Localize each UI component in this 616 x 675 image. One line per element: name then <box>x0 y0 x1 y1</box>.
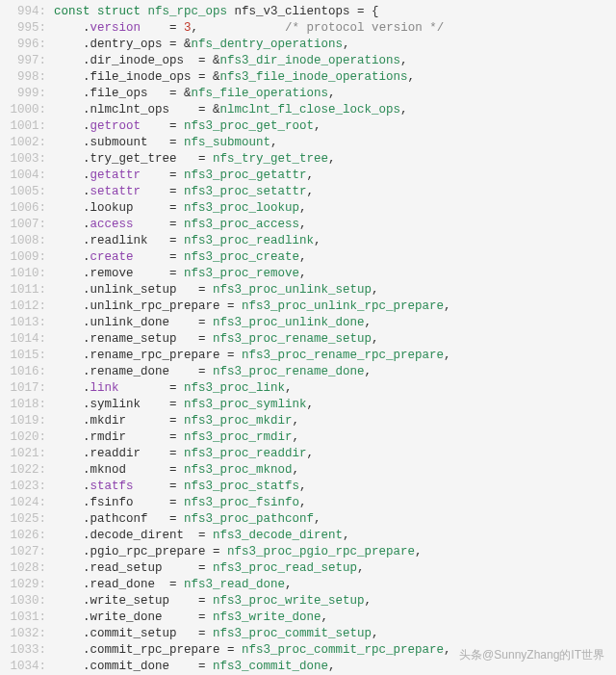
line-number: 1009: <box>0 249 46 266</box>
token-punct: , <box>307 447 315 460</box>
line-number: 997: <box>0 53 46 69</box>
token-punct: submount = <box>90 136 185 149</box>
line-number: 1022: <box>0 462 46 479</box>
line-number: 1000: <box>0 102 46 118</box>
token-punct: symlink = <box>90 398 185 411</box>
token-punct: , <box>365 594 372 608</box>
line-number: 1015: <box>0 348 46 364</box>
token-type: nfs3_proc_create <box>184 250 299 264</box>
token-punct: , <box>299 218 307 231</box>
token-punct: . <box>83 594 90 608</box>
token-kw: const <box>54 5 97 18</box>
token-punct: . <box>83 627 90 640</box>
token-punct: = <box>134 218 185 231</box>
token-type: nfs3_proc_rename_setup <box>213 332 372 346</box>
token-punct: . <box>83 561 90 575</box>
code-line: .nlmclnt_ops = &nlmclnt_fl_close_lock_op… <box>54 102 616 118</box>
token-type: nfs3_proc_link <box>184 381 285 395</box>
token-punct: , <box>372 332 379 346</box>
token-type: nfs_submount <box>184 136 270 149</box>
token-punct: pgio_rpc_prepare = <box>90 545 228 558</box>
line-number: 1002: <box>0 135 46 151</box>
token-punct: , <box>307 169 315 182</box>
token-punct: . <box>83 447 90 460</box>
token-punct: commit_setup = <box>90 627 214 640</box>
code-line: .write_setup = nfs3_proc_write_setup, <box>54 593 616 610</box>
token-type: nfs_file_operations <box>192 87 329 100</box>
token-punct: . <box>83 316 90 329</box>
code-line: .rename_done = nfs3_proc_rename_done, <box>54 364 616 380</box>
token-punct: . <box>83 250 90 264</box>
token-member: access <box>90 218 134 231</box>
line-number: 999: <box>0 86 46 102</box>
token-type: nfs3_dir_inode_operations <box>220 54 401 67</box>
token-punct: decode_dirent = <box>90 529 214 542</box>
token-punct: , <box>299 250 307 264</box>
line-number: 994: <box>0 4 46 20</box>
token-punct: , <box>444 643 451 657</box>
token-punct: write_done = <box>90 610 214 624</box>
token-punct: , <box>372 283 379 297</box>
token-punct: , <box>314 234 321 247</box>
code-line: .statfs = nfs3_proc_statfs, <box>54 479 616 495</box>
line-number: 996: <box>0 37 46 53</box>
code-line: .link = nfs3_proc_link, <box>54 380 616 397</box>
token-type: nfs_rpc_ops <box>148 5 235 18</box>
token-type: nfs3_write_done <box>213 610 321 624</box>
code-line: .fsinfo = nfs3_proc_fsinfo, <box>54 495 616 511</box>
code-line: .dir_inode_ops = &nfs3_dir_inode_operati… <box>54 53 616 69</box>
token-punct: , <box>400 54 408 67</box>
code-line: .rmdir = nfs3_proc_rmdir, <box>54 429 616 446</box>
token-punct: , <box>328 152 336 166</box>
code-line: .try_get_tree = nfs_try_get_tree, <box>54 151 616 168</box>
token-punct: . <box>83 610 90 624</box>
token-punct: , <box>328 87 336 100</box>
token-punct: , <box>372 627 379 640</box>
token-punct: write_setup = <box>90 594 214 608</box>
line-number: 1033: <box>0 642 46 659</box>
token-punct: mknod = <box>90 463 185 477</box>
token-punct: . <box>83 398 90 411</box>
token-punct: = <box>141 169 184 182</box>
line-number: 1025: <box>0 511 46 528</box>
token-punct: . <box>83 578 90 591</box>
token-type: nfs3_proc_rmdir <box>184 430 293 444</box>
token-punct: , <box>357 561 365 575</box>
line-number: 1028: <box>0 560 46 577</box>
line-number: 1012: <box>0 299 46 315</box>
token-punct: = <box>141 21 184 35</box>
token-member: getattr <box>90 169 141 182</box>
token-member: getroot <box>90 119 141 133</box>
token-punct: unlink_done = <box>90 316 214 329</box>
token-punct: fsinfo = <box>90 496 185 509</box>
code-line: .remove = nfs3_proc_remove, <box>54 266 616 282</box>
token-punct: . <box>83 660 90 673</box>
line-number: 1017: <box>0 380 46 397</box>
code-line: .symlink = nfs3_proc_symlink, <box>54 397 616 413</box>
token-punct: , <box>328 660 336 673</box>
token-punct: lookup = <box>90 201 185 215</box>
token-punct: , <box>299 267 307 280</box>
line-number: 995: <box>0 20 46 37</box>
code-line: .create = nfs3_proc_create, <box>54 249 616 266</box>
token-punct: , <box>444 349 451 362</box>
line-number: 998: <box>0 69 46 86</box>
line-number: 1010: <box>0 266 46 282</box>
token-punct: rename_rpc_prepare = <box>90 349 243 362</box>
token-type: nfs3_proc_rename_done <box>213 365 365 378</box>
token-type: nfs3_proc_unlink_done <box>213 316 365 329</box>
token-punct: , <box>293 430 300 444</box>
token-punct: read_done = <box>90 578 185 591</box>
line-number: 1020: <box>0 429 46 446</box>
token-punct <box>198 21 285 35</box>
token-punct: , <box>444 299 451 313</box>
line-number-gutter: 994:995:996:997:998:999:1000:1001:1002:1… <box>0 4 54 675</box>
line-number: 1014: <box>0 331 46 348</box>
token-punct: . <box>83 136 90 149</box>
token-punct: = <box>141 119 184 133</box>
code-line: .file_ops = &nfs_file_operations, <box>54 86 616 102</box>
line-number: 1021: <box>0 446 46 462</box>
token-type: nfs3_proc_read_setup <box>213 561 357 575</box>
line-number: 1016: <box>0 364 46 380</box>
token-punct: rename_setup = <box>90 332 214 346</box>
